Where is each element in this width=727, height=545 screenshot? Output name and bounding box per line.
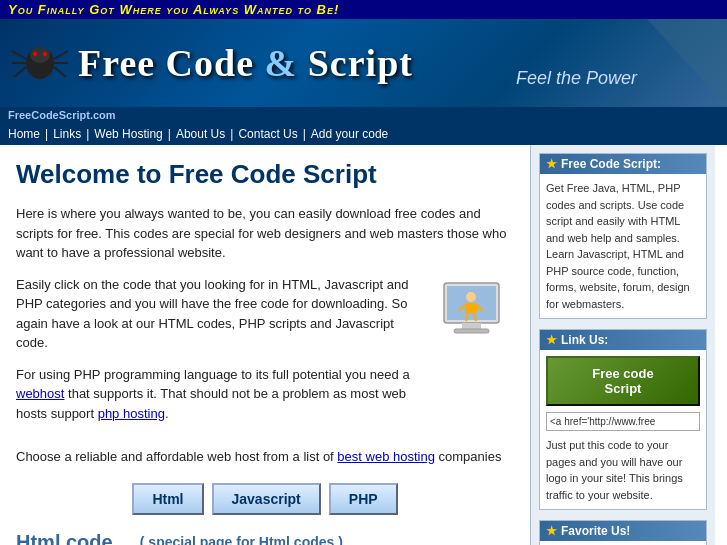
sidebar-box1-title-text: Free Code Script: bbox=[561, 157, 661, 171]
paragraph1: Here is where you always wanted to be, y… bbox=[16, 204, 514, 263]
javascript-button[interactable]: Javascript bbox=[212, 483, 321, 515]
svg-rect-12 bbox=[462, 323, 481, 329]
webhost-link[interactable]: webhost bbox=[16, 386, 64, 401]
phphosting-link[interactable]: php hosting bbox=[98, 406, 165, 421]
paragraph2: Easily click on the code that you lookin… bbox=[16, 275, 424, 353]
header-title: Free Code & Script bbox=[78, 42, 413, 84]
php-button[interactable]: PHP bbox=[329, 483, 398, 515]
svg-rect-13 bbox=[454, 329, 489, 333]
top-banner: You Finally Got Where you Always Wanted … bbox=[0, 0, 727, 19]
svg-point-8 bbox=[33, 52, 37, 56]
computer-illustration bbox=[434, 275, 514, 355]
section-title: Html code ( special page for Html codes … bbox=[16, 531, 514, 546]
content-area: Welcome to Free Code Script Here is wher… bbox=[0, 145, 530, 545]
sidebar-box2-title: ★ Link Us: bbox=[540, 330, 706, 350]
subheader: FreeCodeScript.com bbox=[0, 107, 727, 123]
nav-home[interactable]: Home bbox=[8, 127, 40, 141]
nav-aboutus[interactable]: About Us bbox=[176, 127, 225, 141]
navbar: Home | Links | Web Hosting | About Us | … bbox=[0, 123, 727, 145]
nav-webhosting[interactable]: Web Hosting bbox=[94, 127, 162, 141]
header-tagline: Feel the Power bbox=[516, 68, 637, 89]
star-icon: ★ bbox=[546, 524, 557, 538]
svg-rect-15 bbox=[465, 303, 477, 313]
welcome-title: Welcome to Free Code Script bbox=[16, 159, 514, 190]
content-with-img: Easily click on the code that you lookin… bbox=[16, 275, 514, 436]
banner-text: You Finally Got Where you Always Wanted … bbox=[8, 2, 339, 17]
subheader-text: FreeCodeScript.com bbox=[8, 109, 116, 121]
sidebar-box-freecode: ★ Free Code Script: Get Free Java, HTML,… bbox=[539, 153, 707, 319]
sidebar: ★ Free Code Script: Get Free Java, HTML,… bbox=[530, 145, 715, 545]
html-button[interactable]: Html bbox=[132, 483, 203, 515]
svg-line-4 bbox=[14, 67, 26, 77]
sidebar-box-favorite: ★ Favorite Us! Don't forget to bookmark … bbox=[539, 520, 707, 545]
paragraph3: For using PHP programming language to it… bbox=[16, 365, 424, 424]
svg-point-14 bbox=[466, 292, 476, 302]
svg-line-5 bbox=[54, 51, 68, 59]
sidebar-box3-title: ★ Favorite Us! bbox=[540, 521, 706, 541]
link-code-box[interactable]: <a href='http://www.free bbox=[546, 412, 700, 431]
nav-addcode[interactable]: Add your code bbox=[311, 127, 388, 141]
svg-line-7 bbox=[54, 67, 66, 77]
section-title-text: Html code bbox=[16, 531, 113, 546]
header-title-part1: Free Code bbox=[78, 42, 254, 84]
banner-line1: Free code bbox=[554, 366, 692, 381]
sidebar-box1-title: ★ Free Code Script: bbox=[540, 154, 706, 174]
sidebar-box-linkus: ★ Link Us: Free code Script <a href='htt… bbox=[539, 329, 707, 510]
nav-contactus[interactable]: Contact Us bbox=[238, 127, 297, 141]
header-left: Free Code & Script bbox=[10, 33, 413, 93]
star-icon: ★ bbox=[546, 157, 557, 171]
sidebar-box3-title-text: Favorite Us! bbox=[561, 524, 630, 538]
sidebar-box1-text: Get Free Java, HTML, PHP codes and scrip… bbox=[546, 180, 700, 312]
button-row: Html Javascript PHP bbox=[16, 483, 514, 515]
paragraph2-block: Easily click on the code that you lookin… bbox=[16, 275, 424, 436]
main-layout: Welcome to Free Code Script Here is wher… bbox=[0, 145, 727, 545]
header-title-part2: Script bbox=[308, 42, 413, 84]
svg-point-9 bbox=[43, 52, 47, 56]
svg-line-2 bbox=[12, 51, 26, 59]
header-title-block: Free Code & Script bbox=[78, 41, 413, 85]
banner-line2: Script bbox=[554, 381, 692, 396]
svg-point-1 bbox=[30, 47, 50, 63]
sidebar-box2-text: Just put this code to your pages and you… bbox=[546, 437, 700, 503]
paragraph4: Choose a reliable and affordable web hos… bbox=[16, 447, 514, 467]
header: Free Code & Script Feel the Power bbox=[0, 19, 727, 107]
header-triangle bbox=[647, 19, 727, 107]
sidebar-box2-title-text: Link Us: bbox=[561, 333, 608, 347]
spider-icon bbox=[10, 33, 70, 93]
bestwebhosting-link[interactable]: best web hosting bbox=[337, 449, 435, 464]
section-subtitle-link[interactable]: ( special page for Html codes ) bbox=[140, 534, 343, 545]
nav-links[interactable]: Links bbox=[53, 127, 81, 141]
link-us-banner[interactable]: Free code Script bbox=[546, 356, 700, 406]
star-icon: ★ bbox=[546, 333, 557, 347]
